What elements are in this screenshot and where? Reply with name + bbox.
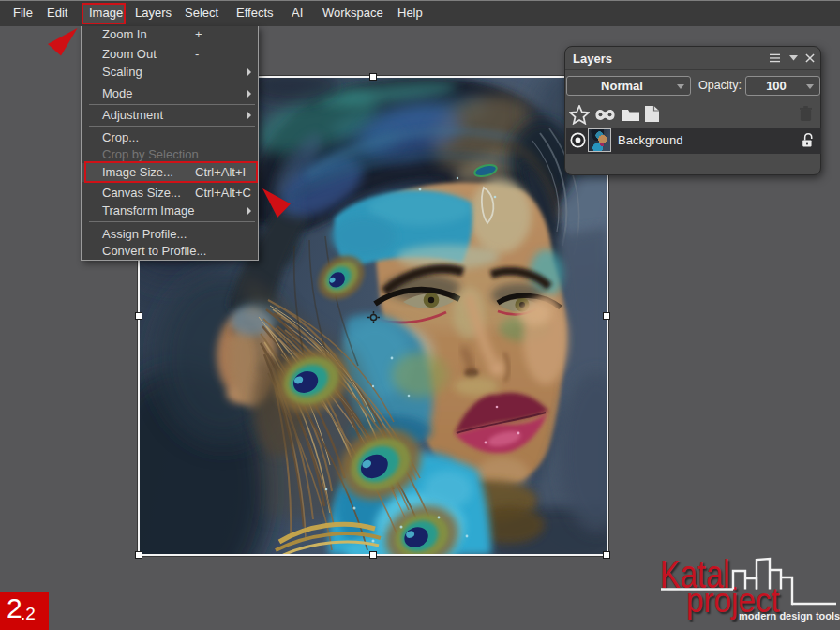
svg-text:modern design tools: modern design tools bbox=[739, 610, 840, 622]
